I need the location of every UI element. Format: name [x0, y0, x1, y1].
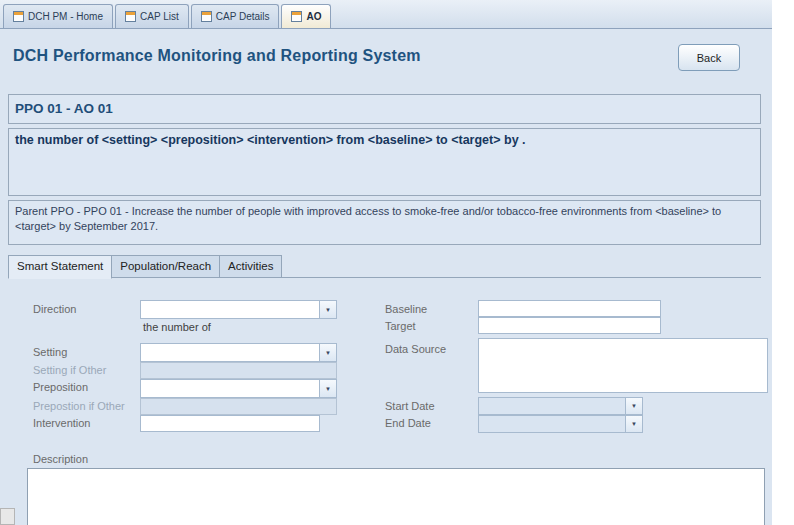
back-button[interactable]: Back: [678, 44, 740, 71]
direction-input[interactable]: [141, 301, 319, 318]
parent-ppo-text: Parent PPO - PPO 01 - Increase the numbe…: [9, 201, 760, 238]
description-textarea[interactable]: [27, 468, 765, 525]
doc-tab-cap-list[interactable]: CAP List: [115, 4, 189, 28]
chevron-down-icon: ▼: [325, 307, 331, 313]
preposition-if-other-input: [140, 398, 337, 415]
tab-activities[interactable]: Activities: [220, 255, 282, 278]
start-date-combo[interactable]: ▼: [478, 397, 643, 415]
setting-label: Setting: [33, 346, 67, 358]
intervention-input[interactable]: [140, 415, 320, 432]
preposition-dropdown-button[interactable]: ▼: [319, 380, 336, 397]
doc-tab-label: CAP List: [140, 11, 179, 22]
description-label: Description: [33, 453, 88, 465]
header: DCH Performance Monitoring and Reporting…: [0, 30, 772, 88]
app-window: DCH PM - Home CAP List CAP Details AO DC…: [0, 0, 794, 525]
preposition-input[interactable]: [141, 380, 319, 397]
document-tab-bar: DCH PM - Home CAP List CAP Details AO: [0, 0, 772, 29]
direction-caption: the number of: [143, 321, 211, 333]
start-date-input[interactable]: [479, 398, 625, 414]
scrollbar-stub[interactable]: [0, 508, 15, 525]
direction-combo[interactable]: ▼: [140, 300, 337, 319]
preposition-label: Preposition: [33, 381, 88, 393]
tab-population-reach[interactable]: Population/Reach: [112, 255, 220, 278]
start-date-label: Start Date: [385, 400, 435, 412]
form-icon: [291, 11, 302, 22]
data-source-label: Data Source: [385, 343, 446, 355]
chevron-down-icon: ▼: [325, 386, 331, 392]
preposition-combo[interactable]: ▼: [140, 379, 337, 398]
baseline-input[interactable]: [478, 300, 661, 317]
preposition-if-other-label: Prepostion if Other: [33, 400, 125, 412]
direction-label: Direction: [33, 303, 76, 315]
doc-tab-label: AO: [306, 11, 321, 22]
chevron-down-icon: ▼: [631, 403, 637, 409]
baseline-label: Baseline: [385, 303, 427, 315]
setting-if-other-label: Setting if Other: [33, 364, 106, 376]
form-icon: [13, 11, 24, 22]
setting-input[interactable]: [141, 344, 319, 361]
record-id-panel: PPO 01 - AO 01: [8, 94, 761, 124]
smart-statement-panel: the number of <setting> <preposition> <i…: [8, 128, 761, 196]
doc-tab-label: DCH PM - Home: [28, 11, 103, 22]
doc-tab-ao[interactable]: AO: [281, 4, 331, 28]
start-date-dropdown-button[interactable]: ▼: [625, 398, 642, 414]
setting-dropdown-button[interactable]: ▼: [319, 344, 336, 361]
doc-tab-dch-pm-home[interactable]: DCH PM - Home: [3, 4, 113, 28]
chevron-down-icon: ▼: [631, 421, 637, 427]
end-date-input[interactable]: [479, 416, 625, 432]
doc-tab-cap-details[interactable]: CAP Details: [191, 4, 280, 28]
end-date-label: End Date: [385, 417, 431, 429]
intervention-label: Intervention: [33, 417, 90, 429]
direction-dropdown-button[interactable]: ▼: [319, 301, 336, 318]
doc-tab-label: CAP Details: [216, 11, 270, 22]
end-date-dropdown-button[interactable]: ▼: [625, 416, 642, 432]
smart-statement-text: the number of <setting> <preposition> <i…: [9, 129, 760, 151]
chevron-down-icon: ▼: [325, 350, 331, 356]
parent-ppo-panel: Parent PPO - PPO 01 - Increase the numbe…: [8, 200, 761, 245]
form-canvas: DCH PM - Home CAP List CAP Details AO DC…: [0, 0, 772, 525]
setting-combo[interactable]: ▼: [140, 343, 337, 362]
record-id: PPO 01 - AO 01: [9, 95, 760, 122]
form-icon: [125, 11, 136, 22]
tab-smart-statement[interactable]: Smart Statement: [8, 255, 112, 279]
target-label: Target: [385, 320, 416, 332]
target-input[interactable]: [478, 317, 661, 334]
setting-if-other-input: [140, 362, 337, 379]
form-tab-strip: Smart Statement Population/Reach Activit…: [8, 255, 282, 278]
page-title: DCH Performance Monitoring and Reporting…: [13, 47, 421, 65]
data-source-input[interactable]: [478, 338, 768, 393]
end-date-combo[interactable]: ▼: [478, 415, 643, 433]
form-icon: [201, 11, 212, 22]
